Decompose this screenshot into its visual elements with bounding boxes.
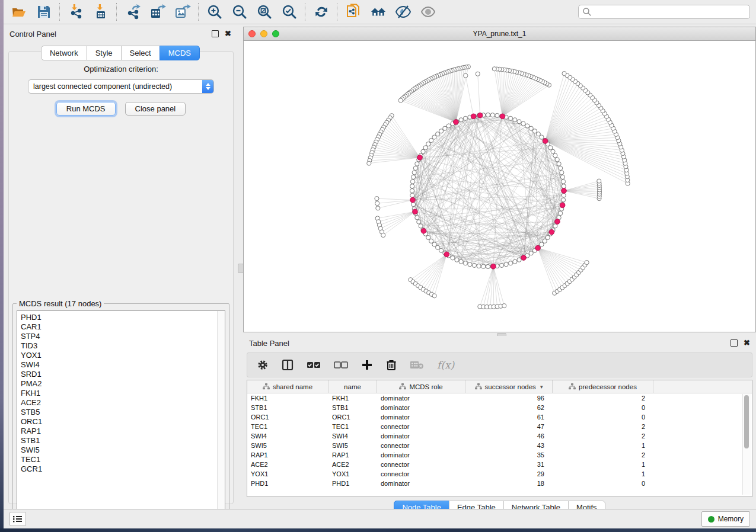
column-header-shared-name[interactable]: shared name — [247, 380, 328, 393]
mcds-result-item[interactable]: GCR1 — [21, 464, 225, 474]
table-row[interactable]: PHD1PHD1dominator180 — [247, 479, 752, 488]
ring-node[interactable] — [517, 258, 521, 262]
ring-node[interactable] — [513, 118, 517, 122]
table-cell[interactable]: TEC1 — [328, 423, 377, 430]
mcds-hub-node[interactable] — [454, 120, 459, 125]
table-cell[interactable]: 35 — [465, 451, 553, 459]
mcds-hub-node[interactable] — [562, 188, 567, 194]
ring-node[interactable] — [426, 142, 430, 146]
refresh-icon[interactable] — [313, 4, 330, 20]
zoom-selected-icon[interactable] — [281, 4, 298, 20]
ring-node[interactable] — [436, 132, 440, 136]
table-cell[interactable]: connector — [377, 423, 465, 430]
column-header-predecessor-nodes[interactable]: predecessor nodes — [553, 380, 653, 393]
ring-node[interactable] — [540, 242, 544, 246]
mcds-hub-node[interactable] — [421, 229, 426, 234]
ring-node[interactable] — [415, 162, 419, 166]
mcds-result-item[interactable]: TEC1 — [21, 455, 225, 464]
column-header-name[interactable]: name — [328, 380, 377, 393]
ring-node[interactable] — [481, 264, 486, 268]
mcds-result-item[interactable]: ORC1 — [21, 417, 225, 427]
zoom-fit-icon[interactable] — [256, 4, 273, 20]
ring-node[interactable] — [415, 216, 419, 220]
table-row[interactable]: YOX1YOX1connector291 — [247, 469, 752, 479]
leaf-node[interactable] — [492, 67, 496, 71]
table-cell[interactable]: YOX1 — [328, 470, 377, 477]
tab-mcds[interactable]: MCDS — [160, 46, 200, 60]
mcds-hub-node[interactable] — [543, 139, 548, 144]
table-cell[interactable]: RAP1 — [328, 451, 377, 459]
table-cell[interactable]: 47 — [465, 423, 553, 430]
mcds-hub-node[interactable] — [491, 264, 496, 269]
mcds-hub-node[interactable] — [535, 245, 541, 251]
ring-node[interactable] — [536, 132, 540, 136]
mcds-result-item[interactable]: FKH1 — [21, 389, 225, 398]
ring-node[interactable] — [508, 261, 512, 265]
table-cell[interactable]: SWI5 — [247, 442, 328, 449]
leaf-node[interactable] — [367, 161, 371, 165]
close-icon[interactable]: ✖ — [744, 340, 750, 346]
ring-node[interactable] — [559, 166, 563, 170]
column-header-MCDS-role[interactable]: MCDS role — [377, 380, 465, 393]
float-window-icon[interactable] — [731, 339, 738, 347]
ring-node[interactable] — [429, 139, 433, 143]
ring-node[interactable] — [555, 158, 559, 162]
leaf-node[interactable] — [432, 294, 436, 298]
save-icon[interactable] — [36, 4, 52, 20]
mcds-result-item[interactable]: RAP1 — [21, 427, 225, 436]
leaf-node[interactable] — [375, 201, 379, 206]
ring-node[interactable] — [432, 242, 436, 246]
table-cell[interactable]: 18 — [465, 480, 553, 487]
ring-node[interactable] — [560, 171, 564, 175]
mcds-result-list[interactable]: PHD1CAR1STP4TID3YOX1SWI4SRD1PMA2FKH1ACE2… — [17, 310, 225, 512]
deselect-all-checkboxes-icon[interactable] — [334, 360, 348, 370]
table-row[interactable]: STB1STB1dominator620 — [247, 403, 752, 412]
table-cell[interactable]: dominator — [377, 432, 465, 440]
ring-node[interactable] — [553, 224, 557, 228]
table-cell[interactable]: RAP1 — [247, 451, 328, 459]
leaf-node[interactable] — [502, 303, 506, 307]
table-cell[interactable]: connector — [377, 461, 465, 468]
column-layout-icon[interactable] — [282, 359, 294, 371]
mcds-hub-node[interactable] — [549, 229, 554, 235]
ring-node[interactable] — [560, 175, 564, 179]
mcds-result-item[interactable]: STB5 — [21, 408, 225, 417]
leaf-node[interactable] — [476, 72, 480, 76]
ring-node[interactable] — [426, 235, 430, 239]
import-table-icon[interactable] — [92, 4, 109, 20]
mcds-hub-node[interactable] — [471, 114, 476, 119]
settings-gear-icon[interactable] — [257, 359, 269, 371]
select-all-checkboxes-icon[interactable] — [307, 360, 321, 370]
ring-node[interactable] — [429, 239, 433, 243]
ring-node[interactable] — [532, 129, 537, 133]
table-row[interactable]: ACE2ACE2connector311 — [247, 460, 752, 469]
ring-node[interactable] — [562, 193, 566, 197]
ring-node[interactable] — [525, 124, 529, 128]
ring-node[interactable] — [495, 113, 499, 117]
table-cell[interactable]: dominator — [377, 395, 465, 402]
ring-node[interactable] — [410, 188, 414, 193]
table-cell[interactable]: 2 — [553, 395, 653, 402]
leaf-node[interactable] — [464, 73, 468, 78]
ring-node[interactable] — [410, 193, 414, 197]
table-cell[interactable]: SWI4 — [328, 432, 377, 440]
table-cell[interactable]: dominator — [377, 404, 465, 411]
ring-node[interactable] — [463, 116, 467, 120]
ring-node[interactable] — [562, 184, 566, 188]
mcds-result-item[interactable]: YOX1 — [21, 351, 225, 360]
ring-node[interactable] — [561, 198, 565, 202]
ring-node[interactable] — [551, 149, 555, 153]
table-cell[interactable]: ORC1 — [328, 414, 377, 421]
ring-node[interactable] — [529, 126, 533, 130]
ring-node[interactable] — [546, 235, 550, 239]
ring-node[interactable] — [529, 251, 533, 255]
leaf-node[interactable] — [376, 206, 380, 210]
memory-button[interactable]: Memory — [701, 511, 750, 527]
table-cell[interactable]: 43 — [465, 442, 553, 449]
mcds-result-item[interactable]: SRD1 — [21, 370, 225, 379]
search-input[interactable] — [592, 7, 746, 17]
table-cell[interactable]: SWI5 — [328, 442, 377, 449]
table-cell[interactable]: 29 — [465, 470, 553, 477]
ring-node[interactable] — [463, 261, 467, 265]
table-cell[interactable]: SWI4 — [247, 432, 328, 440]
